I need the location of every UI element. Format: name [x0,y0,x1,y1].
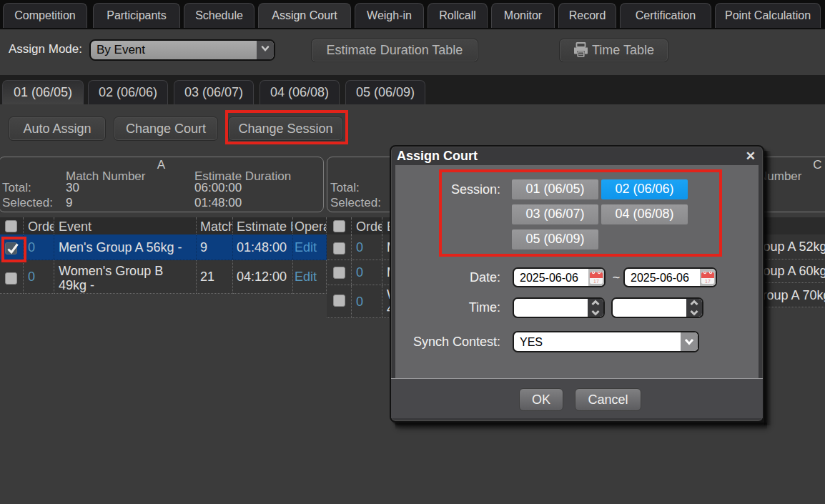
svg-text:17: 17 [705,279,711,284]
svg-text:17: 17 [593,279,599,284]
